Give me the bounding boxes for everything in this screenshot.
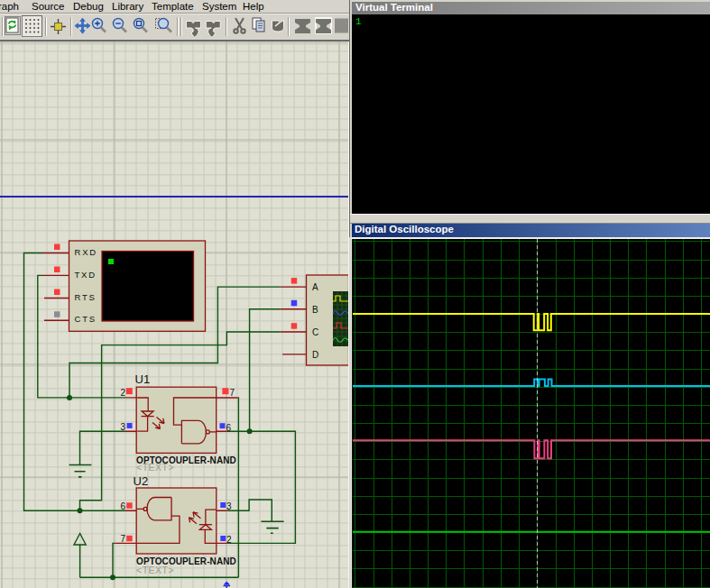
svg-text:6: 6: [226, 423, 232, 433]
svg-text:6: 6: [120, 501, 125, 511]
svg-text:3: 3: [120, 422, 125, 432]
svg-text:CTS: CTS: [75, 314, 97, 324]
svg-text:RXD: RXD: [75, 247, 97, 257]
svg-text:7: 7: [230, 388, 235, 398]
svg-text:7: 7: [120, 534, 125, 544]
svg-text:C: C: [312, 327, 318, 337]
svg-text:RTS: RTS: [75, 292, 97, 302]
svg-text:2: 2: [226, 535, 232, 545]
svg-text:B: B: [312, 305, 318, 315]
svg-text:U2: U2: [134, 474, 149, 488]
svg-text:TXD: TXD: [75, 270, 97, 280]
svg-text:2: 2: [120, 388, 125, 398]
svg-text:<TEXT>: <TEXT>: [136, 565, 174, 575]
svg-text:U1: U1: [135, 372, 151, 386]
svg-text:A: A: [312, 282, 318, 292]
svg-text:3: 3: [226, 501, 232, 511]
svg-text:D: D: [312, 350, 318, 360]
svg-text:<TEXT>: <TEXT>: [136, 462, 174, 473]
